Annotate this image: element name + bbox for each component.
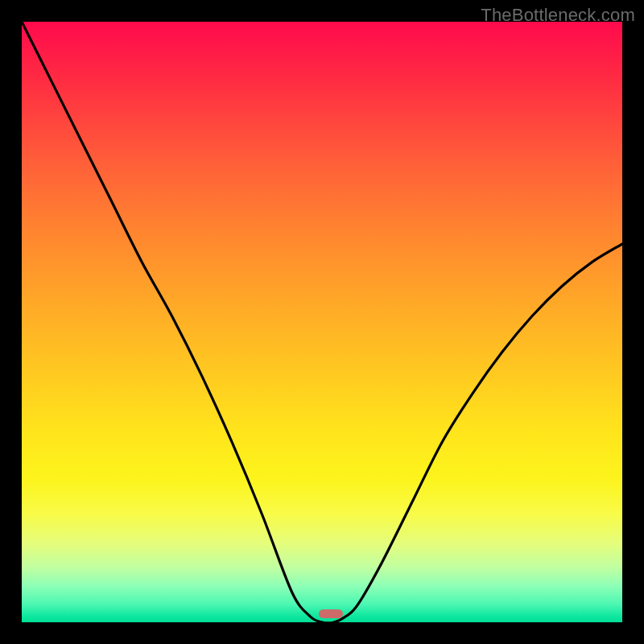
bottleneck-curve bbox=[22, 22, 622, 622]
optimal-marker bbox=[319, 609, 343, 618]
plot-area bbox=[22, 22, 622, 622]
watermark-text: TheBottleneck.com bbox=[481, 5, 635, 26]
chart-frame: TheBottleneck.com bbox=[0, 0, 644, 644]
